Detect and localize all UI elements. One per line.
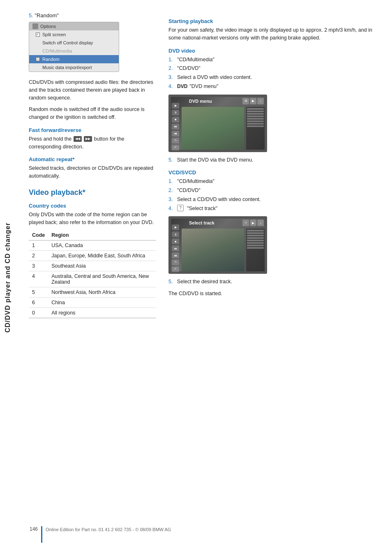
- vcd-screen-controls: ? ▶ ♪: [242, 220, 264, 226]
- dvd-step5-num: 5.: [168, 157, 173, 163]
- fast-forward-header: Fast forward/reverse: [29, 127, 156, 133]
- random-para2: Random mode is switched off if the audio…: [29, 106, 156, 121]
- footer-bar: [41, 526, 42, 543]
- ctrl-btn-1: ⚙: [242, 98, 249, 104]
- ff-text-before: Press and hold the: [29, 136, 71, 142]
- random-para1: CDs/DVDs with compressed audio files: th…: [29, 79, 156, 102]
- table-cell-region: USA, Canada: [48, 240, 156, 251]
- side-btn-rwd: ↶: [172, 145, 179, 150]
- footer-text: Online Edition for Part no. 01 41 2 602 …: [46, 526, 171, 532]
- table-row: 5Northwest Asia, North Africa: [29, 287, 156, 298]
- table-cell-region: China: [48, 298, 156, 308]
- table-col1-header: Code: [29, 230, 48, 240]
- side-btn-next: ⏭: [172, 124, 179, 130]
- vcd-item-text: "CD/Multimedia": [177, 178, 214, 185]
- table-cell-code: 0: [29, 308, 48, 318]
- auto-repeat-text: Selected tracks, directories or CDs/DVDs…: [29, 164, 156, 180]
- dvd-list-item: 1."CD/Multimedia": [168, 56, 380, 64]
- vcd-list-item: 2."CD/DVD": [168, 187, 380, 194]
- options-icon: [32, 23, 38, 29]
- table-cell-code: 6: [29, 298, 48, 308]
- table-cell-region: Southeast Asia: [48, 261, 156, 271]
- table-cell-region: Japan, Europe, Middle East, South Africa: [48, 251, 156, 261]
- table-cell-code: 1: [29, 240, 48, 251]
- menu-item-random: Random: [29, 55, 119, 63]
- table-cell-region: Australia, Central and South America, Ne…: [48, 271, 156, 287]
- menu-item-switch-off: Switch off Control display: [29, 39, 119, 47]
- dvd-step5-text: Start the DVD via the DVD menu.: [177, 157, 254, 163]
- split-screen-label: Split screen: [42, 32, 66, 37]
- vcd-item-text: Select a CD/DVD with video content.: [177, 196, 261, 204]
- step5-num: 5.: [29, 12, 33, 18]
- table-cell-code: 2: [29, 251, 48, 261]
- vcd-item-num: 3.: [168, 196, 175, 204]
- vcd-side-btn-play: ▶: [172, 224, 179, 230]
- vcd-item-num: 2.: [168, 187, 175, 194]
- dvd-item-text: Select a DVD with video content.: [177, 74, 252, 81]
- vcd-step5-text: Select the desired track.: [177, 279, 232, 284]
- vcd-side-btn-stop: ■: [172, 238, 179, 244]
- country-codes-table: Code Region 1USA, Canada2Japan, Europe, …: [29, 230, 156, 318]
- dvd-menu-title: DVD menu: [189, 99, 212, 104]
- vcd-menu-title: Select track: [189, 220, 214, 225]
- auto-repeat-header: Automatic repeat*: [29, 156, 156, 162]
- vcd-header: VCD/SVCD: [168, 169, 380, 176]
- page-number: 146: [21, 526, 41, 532]
- table-row: 2Japan, Europe, Middle East, South Afric…: [29, 251, 156, 261]
- page-footer: 146 Online Edition for Part no. 01 41 2 …: [21, 526, 380, 543]
- vcd-item-num: 1.: [168, 178, 175, 185]
- vcd-ctrl-btn-3: ♪: [257, 220, 264, 226]
- dvd-video-list: 1."CD/Multimedia"2."CD/DVD"3.Select a DV…: [168, 56, 380, 90]
- table-row: 4Australia, Central and South America, N…: [29, 271, 156, 287]
- dvd-icon: DVD: [177, 83, 187, 90]
- vcd-screen-mockup: Select track ? ▶ ♪ ▶ ⏸ ■ ⏭ ⏮ ↷ ↶: [168, 216, 267, 274]
- dvd-item-num: 3.: [168, 74, 175, 81]
- random-checkbox: [36, 57, 40, 61]
- menu-title: Options: [29, 22, 119, 30]
- table-cell-code: 3: [29, 261, 48, 271]
- table-row: 3Southeast Asia: [29, 261, 156, 271]
- vcd-item-num: 4.: [168, 205, 175, 213]
- side-btn-play: ▶: [172, 103, 179, 109]
- vcd-item-text: "Select track": [187, 205, 217, 213]
- menu-item-split-screen: Split screen: [29, 30, 119, 39]
- menu-item-cd-multimedia: CD/Multimedia: [29, 47, 119, 55]
- sidebar: CD/DVD player and CD changer: [0, 0, 16, 555]
- side-btn-fwd: ↷: [172, 138, 179, 143]
- dvd-side-controls: ▶ ⏸ ■ ⏭ ⏮ ↷ ↶: [172, 103, 179, 150]
- vcd-side-controls: ▶ ⏸ ■ ⏭ ⏮ ↷ ↶: [172, 224, 179, 272]
- dvd-item-num: 4.: [168, 83, 175, 90]
- step5-label: 5. "Random": [29, 12, 156, 18]
- dvd-item-num: 2.: [168, 65, 175, 72]
- vcd-step5b: The CD/DVD is started.: [168, 290, 380, 298]
- vcd-list-item: 4.?"Select track": [168, 205, 380, 213]
- right-column: Starting playback For your own safety, t…: [168, 12, 380, 318]
- table-row: 6China: [29, 298, 156, 308]
- left-column: 5. "Random" Options Split screen Switch …: [29, 12, 156, 318]
- dvd-list-item: 2."CD/DVD": [168, 65, 380, 72]
- vcd-side-btn-rwd: ↶: [172, 266, 179, 272]
- table-row: 0All regions: [29, 308, 156, 318]
- vcd-list: 1."CD/Multimedia"2."CD/DVD"3.Select a CD…: [168, 178, 380, 212]
- split-screen-checkbox: [36, 32, 40, 37]
- dvd-item-text: "CD/Multimedia": [177, 56, 214, 64]
- sidebar-label: CD/DVD player and CD changer: [4, 222, 12, 333]
- country-codes-text: Only DVDs with the code of the home regi…: [29, 211, 156, 227]
- vcd-image-area: [182, 229, 244, 271]
- vcd-list-item: 3.Select a CD/DVD with video content.: [168, 196, 380, 204]
- side-btn-prev: ⏮: [172, 131, 179, 136]
- dvd-video-header: DVD video: [168, 48, 380, 54]
- dvd-list-item: 4.DVD "DVD menu": [168, 83, 380, 90]
- vcd-side-btn-next: ⏭: [172, 245, 179, 251]
- country-codes-header: Country codes: [29, 203, 156, 209]
- side-btn-stop: ■: [172, 117, 179, 123]
- table-cell-region: All regions: [48, 308, 156, 318]
- menu-title-text: Options: [40, 24, 56, 29]
- vcd-ctrl-btn-1: ?: [242, 220, 249, 226]
- ctrl-btn-3: ♪: [257, 98, 264, 104]
- vcd-item-text: "CD/DVD": [177, 187, 201, 194]
- step5-text: "Random": [35, 12, 58, 18]
- ff-back-icon: ◀◀: [74, 136, 82, 142]
- fast-forward-text: Press and hold the ◀◀ ▶▶ button for the …: [29, 135, 156, 151]
- switch-off-label: Switch off Control display: [42, 40, 93, 45]
